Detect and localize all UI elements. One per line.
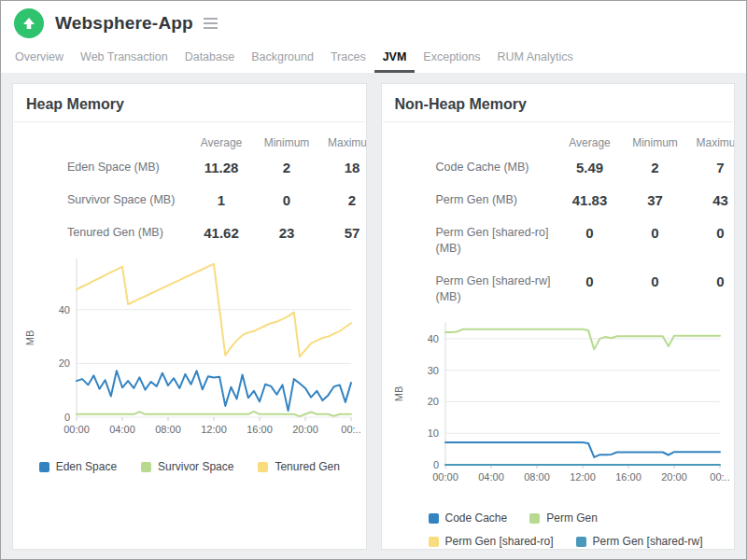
legend-label: Tenured Gen [275, 460, 339, 473]
perm-gen-shared-rw-swatch-icon [576, 537, 586, 547]
heap-memory-chart: 0204000:0004:0008:0012:0016:0020:0000:..… [22, 253, 366, 449]
legend-item-code-cache[interactable]: Code Cache [429, 511, 508, 525]
legend-label: Perm Gen [shared-rw] [593, 535, 703, 548]
svg-text:00:..: 00:.. [341, 424, 360, 435]
app-title: Websphere-App [55, 13, 193, 34]
heap-chart-legend: Eden Space Survivor Space Tenured Gen [13, 460, 366, 473]
column-header-minimum: Minimum [623, 136, 688, 149]
hamburger-menu-icon[interactable] [204, 15, 218, 32]
svg-text:04:00: 04:00 [109, 424, 135, 435]
legend-label: Perm Gen [546, 511, 598, 525]
eden-space-swatch-icon [39, 462, 49, 472]
table-row-code-cache: Code Cache (MB) 5.49 2 7 [382, 151, 735, 184]
svg-text:08:00: 08:00 [524, 471, 550, 483]
row-label: Eden Space (MB) [67, 160, 189, 175]
value-maximum: 43 [688, 192, 736, 208]
value-minimum: 37 [623, 192, 688, 208]
table-row-tenured-gen: Tenured Gen (MB) 41.62 23 57 [13, 217, 366, 249]
svg-text:0: 0 [64, 412, 70, 423]
svg-text:MB: MB [24, 330, 35, 346]
svg-text:20:00: 20:00 [661, 471, 687, 483]
svg-text:12:00: 12:00 [570, 471, 596, 483]
value-minimum: 0 [623, 225, 688, 241]
value-maximum: 2 [319, 192, 367, 208]
value-maximum: 57 [319, 225, 367, 241]
legend-item-survivor-space[interactable]: Survivor Space [141, 460, 233, 473]
svg-text:30: 30 [427, 365, 438, 376]
row-label: Perm Gen (MB) [436, 192, 557, 208]
value-minimum: 2 [623, 160, 688, 175]
svg-text:00:..: 00:.. [710, 471, 729, 483]
non-heap-stats-table: Average Minimum Maximum Code Cache (MB) … [382, 129, 735, 314]
tab-bar: Overview Web Transaction Database Backgr… [1, 45, 746, 73]
value-maximum: 0 [688, 225, 736, 241]
legend-item-perm-gen-shared-rw[interactable]: Perm Gen [shared-rw] [576, 535, 703, 548]
value-minimum: 23 [254, 225, 319, 241]
svg-text:12:00: 12:00 [201, 424, 227, 435]
tab-exceptions[interactable]: Exceptions [415, 45, 488, 73]
table-row-perm-gen-shared-rw: Perm Gen [shared-rw] (MB) 0 0 0 [382, 265, 735, 314]
heap-stats-table: Average Minimum Maximum Eden Space (MB) … [13, 129, 366, 249]
column-header-average: Average [189, 136, 254, 149]
row-label: Survivor Space (MB) [67, 192, 189, 208]
tab-overview[interactable]: Overview [7, 45, 72, 73]
row-label: Perm Gen [shared-rw] (MB) [436, 273, 557, 305]
app-window: Websphere-App Overview Web Transaction D… [0, 0, 747, 560]
value-average: 0 [557, 225, 623, 241]
perm-gen-swatch-icon [529, 513, 540, 524]
divider [383, 121, 734, 122]
svg-text:04:00: 04:00 [478, 471, 504, 483]
tab-traces[interactable]: Traces [322, 45, 374, 73]
non-heap-chart-legend: Code Cache Perm Gen Perm Gen [shared-ro]… [429, 511, 736, 548]
app-status-up-icon [14, 8, 44, 38]
svg-text:40: 40 [59, 304, 70, 315]
table-row-perm-gen-shared-ro: Perm Gen [shared-ro] (MB) 0 0 0 [382, 217, 735, 265]
value-average: 41.83 [557, 192, 623, 208]
heap-memory-panel: Heap Memory Average Minimum Maximum Eden… [12, 83, 367, 550]
legend-item-perm-gen[interactable]: Perm Gen [529, 511, 598, 525]
row-label: Code Cache (MB) [436, 160, 557, 175]
non-heap-memory-line-chart: 01020304000:0004:0008:0012:0016:0020:000… [391, 317, 729, 493]
panel-title: Heap Memory [13, 84, 366, 121]
non-heap-memory-panel: Non-Heap Memory Average Minimum Maximum … [381, 83, 736, 550]
up-arrow-icon [22, 17, 35, 30]
column-header-maximum: Maximum [688, 136, 736, 149]
svg-text:MB: MB [393, 386, 404, 402]
divider [14, 121, 365, 122]
tab-database[interactable]: Database [176, 45, 244, 73]
survivor-space-swatch-icon [141, 462, 151, 472]
legend-label: Code Cache [445, 511, 508, 525]
svg-text:0: 0 [432, 459, 438, 470]
dashboard-content: Heap Memory Average Minimum Maximum Eden… [1, 73, 746, 560]
column-header-maximum: Maximum [319, 136, 367, 149]
legend-label: Eden Space [56, 460, 117, 473]
legend-label: Perm Gen [shared-ro] [445, 535, 554, 548]
value-average: 0 [557, 273, 623, 289]
legend-item-tenured-gen[interactable]: Tenured Gen [258, 460, 339, 473]
svg-text:20:00: 20:00 [292, 424, 318, 435]
tenured-gen-swatch-icon [258, 462, 268, 472]
table-row-survivor-space: Survivor Space (MB) 1 0 2 [13, 184, 366, 217]
tab-web-transaction[interactable]: Web Transaction [72, 45, 176, 73]
svg-text:10: 10 [427, 427, 438, 439]
value-maximum: 7 [688, 160, 736, 175]
legend-item-eden-space[interactable]: Eden Space [39, 460, 117, 473]
column-header-minimum: Minimum [254, 136, 319, 149]
tab-jvm[interactable]: JVM [374, 45, 416, 73]
row-label: Tenured Gen (MB) [67, 225, 189, 241]
value-maximum: 0 [688, 273, 736, 289]
table-row-perm-gen: Perm Gen (MB) 41.83 37 43 [382, 184, 735, 217]
svg-text:16:00: 16:00 [615, 471, 641, 483]
legend-label: Survivor Space [158, 460, 233, 473]
heap-memory-line-chart: 0204000:0004:0008:0012:0016:0020:0000:..… [22, 253, 360, 445]
legend-item-perm-gen-shared-ro[interactable]: Perm Gen [shared-ro] [429, 535, 554, 548]
value-average: 41.62 [189, 225, 254, 241]
column-header-average: Average [557, 136, 623, 149]
svg-text:20: 20 [59, 357, 70, 369]
tab-rum-analytics[interactable]: RUM Analytics [489, 45, 582, 73]
tab-background[interactable]: Background [243, 45, 322, 73]
value-average: 5.49 [557, 160, 623, 175]
table-row-eden-space: Eden Space (MB) 11.28 2 18 [13, 151, 366, 184]
svg-text:00:00: 00:00 [63, 424, 90, 435]
value-minimum: 0 [254, 192, 319, 208]
